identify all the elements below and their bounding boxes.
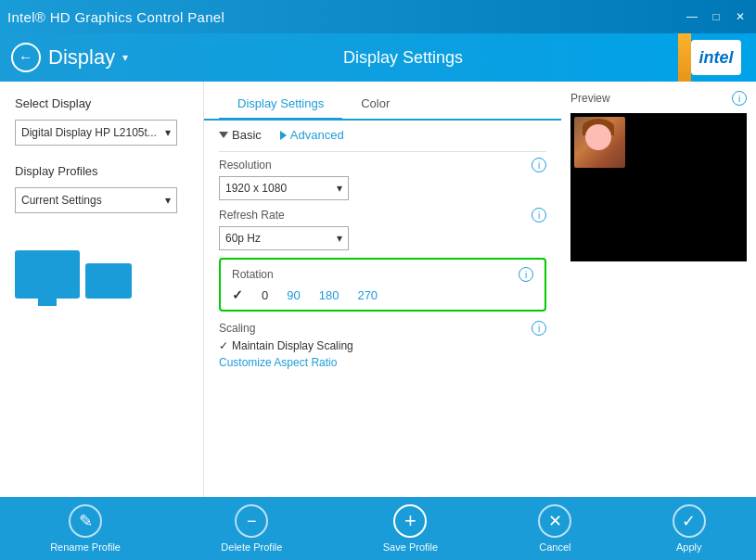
back-icon: ←: [19, 49, 33, 66]
refresh-rate-label: Refresh Rate: [219, 209, 285, 222]
display-select-value: Digital Display HP L2105t...: [21, 126, 157, 139]
resolution-label-row: Resolution i: [219, 158, 546, 172]
rename-label: Rename Profile: [50, 541, 121, 553]
delete-label: Delete Profile: [221, 541, 282, 553]
close-button[interactable]: ✕: [732, 10, 749, 23]
preview-label-row: Preview i: [570, 91, 747, 106]
preview-label: Preview: [570, 92, 610, 105]
face-shape: [585, 124, 611, 150]
rotation-checkmark: ✓: [232, 287, 243, 302]
scaling-label: Scaling: [219, 322, 255, 335]
rotation-info-icon[interactable]: i: [519, 267, 533, 282]
profiles-label: Display Profiles: [15, 164, 188, 178]
header-left: ← Display ▾: [11, 43, 128, 72]
advanced-link[interactable]: Advanced: [280, 128, 344, 142]
intel-logo: intel: [691, 40, 741, 75]
delete-icon-circle: −: [235, 504, 268, 538]
tab-display-settings[interactable]: Display Settings: [219, 89, 342, 121]
monitor-small-icon: [85, 263, 132, 299]
maintain-label: Maintain Display Scaling: [232, 339, 353, 352]
window-controls: — □ ✕: [684, 10, 749, 23]
separator-1: [219, 151, 546, 152]
rotation-option-270[interactable]: 270: [357, 288, 378, 302]
resolution-select[interactable]: 1920 x 1080 ▾: [219, 176, 349, 200]
monitor-illustration: [15, 250, 188, 299]
scaling-info-icon[interactable]: i: [532, 321, 546, 336]
resolution-row: Resolution i 1920 x 1080 ▾: [204, 154, 561, 204]
rotation-option-90[interactable]: 90: [287, 288, 300, 302]
tab-color[interactable]: Color: [342, 89, 408, 119]
rename-profile-button[interactable]: ✎ Rename Profile: [50, 504, 121, 553]
scaling-label-row: Scaling i: [219, 321, 546, 336]
tabs-row: Display Settings Color: [204, 89, 561, 121]
basic-advanced-row: Basic Advanced: [204, 121, 561, 149]
customize-link[interactable]: Customize Aspect Ratio: [219, 356, 546, 369]
refresh-rate-value: 60p Hz: [225, 232, 261, 245]
preview-thumbnail: [574, 117, 625, 168]
rename-icon-circle: ✎: [69, 504, 102, 538]
display-nav-arrow[interactable]: ▾: [122, 51, 128, 64]
refresh-rate-select[interactable]: 60p Hz ▾: [219, 226, 349, 250]
basic-section[interactable]: Basic: [219, 128, 262, 142]
check-icon: ✓: [682, 511, 696, 531]
resolution-arrow: ▾: [337, 182, 342, 195]
display-select[interactable]: Digital Display HP L2105t... ▾: [15, 120, 177, 146]
rotation-option-0[interactable]: 0: [262, 288, 268, 302]
cancel-button[interactable]: ✕ Cancel: [538, 504, 571, 553]
profile-select-value: Current Settings: [21, 194, 102, 207]
header-bar: ← Display ▾ Display Settings intel: [0, 33, 756, 82]
minimize-button[interactable]: —: [684, 10, 700, 23]
maintain-row: ✓ Maintain Display Scaling: [219, 339, 546, 352]
title-bar: Intel® HD Graphics Control Panel — □ ✕: [0, 0, 756, 33]
back-button[interactable]: ←: [11, 43, 41, 72]
sidebar: Select Display Digital Display HP L2105t…: [0, 82, 204, 497]
select-display-label: Select Display: [15, 96, 188, 110]
header-stripe: [678, 33, 691, 82]
apply-button[interactable]: ✓ Apply: [673, 504, 706, 553]
apply-label: Apply: [676, 541, 702, 553]
rotation-label: Rotation: [232, 268, 274, 281]
preview-screen: [570, 113, 747, 261]
save-profile-button[interactable]: + Save Profile: [383, 504, 438, 553]
preview-panel: Preview i: [561, 82, 756, 497]
content-area: Display Settings Color Basic Advanced Re…: [204, 82, 561, 497]
save-label: Save Profile: [383, 541, 438, 553]
save-icon-circle: +: [393, 504, 427, 538]
display-select-arrow: ▾: [165, 126, 171, 139]
maintain-checkmark: ✓: [219, 339, 228, 352]
x-icon: ✕: [548, 511, 562, 531]
rotation-label-row: Rotation i: [232, 267, 533, 282]
scaling-section: Scaling i ✓ Maintain Display Scaling Cus…: [204, 315, 561, 375]
refresh-rate-arrow: ▾: [337, 232, 342, 245]
delete-profile-button[interactable]: − Delete Profile: [221, 504, 282, 553]
plus-icon: +: [404, 509, 416, 533]
footer: ✎ Rename Profile − Delete Profile + Save…: [0, 497, 756, 560]
apply-icon-circle: ✓: [673, 504, 706, 538]
rotation-options: ✓ 0 90 180 270: [232, 287, 533, 302]
resolution-info-icon[interactable]: i: [532, 158, 546, 172]
header-settings-title: Display Settings: [343, 48, 463, 68]
display-nav-label: Display: [48, 45, 115, 70]
main-content: Select Display Digital Display HP L2105t…: [0, 82, 756, 497]
preview-info-icon[interactable]: i: [732, 91, 747, 106]
minus-icon: −: [247, 512, 257, 531]
pencil-icon: ✎: [79, 511, 93, 531]
profile-select-arrow: ▾: [165, 194, 171, 207]
refresh-rate-row: Refresh Rate i 60p Hz ▾: [204, 204, 561, 254]
tab-color-label: Color: [361, 96, 390, 110]
triangle-right-icon: [280, 131, 287, 140]
maximize-button[interactable]: □: [708, 10, 724, 23]
advanced-label: Advanced: [290, 128, 344, 142]
refresh-rate-label-row: Refresh Rate i: [219, 208, 546, 223]
triangle-down-icon: [219, 132, 228, 138]
rotation-option-180[interactable]: 180: [319, 288, 340, 302]
refresh-rate-info-icon[interactable]: i: [532, 208, 546, 223]
basic-label: Basic: [232, 128, 262, 142]
cancel-icon-circle: ✕: [538, 504, 571, 538]
tab-display-settings-label: Display Settings: [237, 96, 324, 110]
app-title: Intel® HD Graphics Control Panel: [7, 9, 224, 25]
monitor-big-icon: [15, 250, 80, 299]
cancel-label: Cancel: [539, 541, 570, 553]
profile-select[interactable]: Current Settings ▾: [15, 187, 177, 213]
rotation-box: Rotation i ✓ 0 90 180 270: [219, 258, 546, 312]
